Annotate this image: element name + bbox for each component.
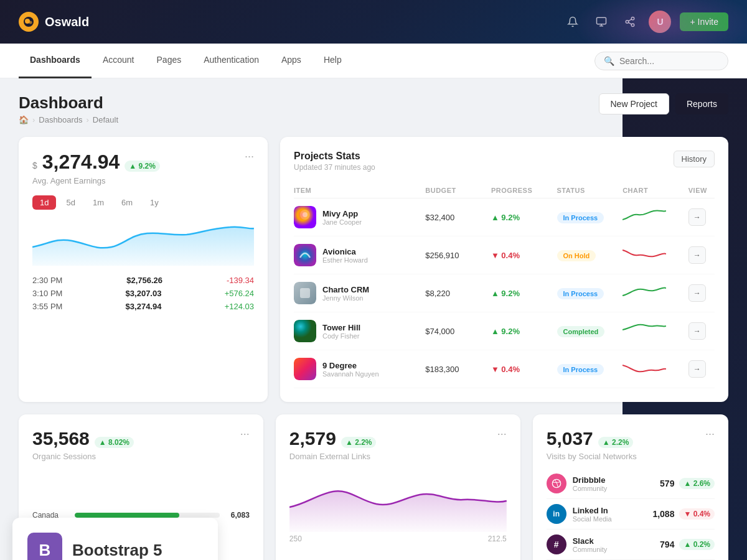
item-text-3: Charto CRM Jenny Wilson: [322, 285, 369, 302]
svg-point-5: [626, 21, 629, 24]
budget-1: $32,400: [425, 213, 491, 222]
view-btn-1[interactable]: →: [688, 208, 706, 226]
monitor-icon[interactable]: [591, 12, 611, 32]
nav-account[interactable]: Account: [92, 44, 146, 78]
organic-card: B Bootstrap 5 35,568 ▲ 8.02% Organic Ses…: [19, 414, 263, 560]
social-list: Dribbble Community 579 ▲ 2.6%: [547, 469, 715, 560]
nav-help[interactable]: Help: [312, 44, 353, 78]
page-title: Dashboard: [19, 93, 118, 113]
reports-button[interactable]: Reports: [675, 93, 728, 114]
earnings-value: 3,274.94: [42, 151, 120, 174]
status-4: Completed: [557, 325, 623, 337]
history-button[interactable]: History: [674, 151, 715, 167]
stats-rows: 2:30 PM $2,756.26 -139.34 3:10 PM $3,207…: [32, 276, 254, 311]
view-btn-2[interactable]: →: [688, 246, 706, 264]
item-info-1: Mivy App Jane Cooper: [294, 206, 425, 228]
breadcrumb: 🏠 › Dashboards › Default: [19, 115, 118, 124]
social-linkedin: in Linked In Social Media 1,088 ▼ 0.4%: [547, 499, 715, 530]
nav-dashboards[interactable]: Dashboards: [19, 44, 92, 78]
breadcrumb-default: Default: [93, 115, 118, 124]
item-text-5: 9 Degree Savannah Nguyen: [322, 361, 379, 378]
item-thumb-2: [294, 244, 316, 266]
app-name: Oswald: [45, 15, 89, 29]
more-button[interactable]: ···: [245, 151, 254, 162]
status-2: On Hold: [557, 250, 623, 261]
stat-val-1: $2,756.26: [126, 276, 162, 285]
item-info-3: Charto CRM Jenny Wilson: [294, 282, 425, 304]
organic-more-btn[interactable]: ···: [240, 428, 250, 439]
search-box: 🔍: [594, 52, 728, 70]
slack-icon: #: [547, 534, 566, 554]
svg-rect-10: [294, 244, 316, 266]
social-number: 5,037: [547, 428, 593, 449]
projects-title: Projects Stats: [294, 151, 375, 162]
view-btn-4[interactable]: →: [688, 322, 706, 340]
organic-badge: ▲ 8.02%: [95, 437, 134, 448]
earnings-card: $ 3,274.94 ▲ 9.2% Avg. Agent Earnings ··…: [19, 137, 268, 402]
earnings-amount: $ 3,274.94 ▲ 9.2%: [32, 151, 160, 174]
budget-3: $8,220: [425, 289, 491, 298]
view-btn-5[interactable]: →: [688, 360, 706, 378]
stat-row-1: 2:30 PM $2,756.26 -139.34: [32, 276, 254, 285]
filter-5d[interactable]: 5d: [59, 195, 82, 210]
nav-apps[interactable]: Apps: [270, 44, 312, 78]
stat-time-2: 3:10 PM: [32, 289, 62, 298]
progress-4: ▲ 9.2%: [491, 327, 557, 336]
new-project-button[interactable]: New Project: [599, 93, 669, 114]
status-1: In Process: [557, 212, 623, 223]
logo-icon: [19, 12, 39, 32]
filter-1m[interactable]: 1m: [85, 195, 111, 210]
progress-3: ▲ 9.2%: [491, 289, 557, 298]
social-more-btn[interactable]: ···: [705, 428, 715, 439]
stat-change-2: +576.24: [225, 289, 254, 298]
svg-point-15: [552, 479, 560, 487]
stat-val-2: $3,207.03: [126, 289, 162, 298]
chart-2: [622, 245, 688, 265]
svg-point-2: [29, 21, 32, 24]
organic-label: Organic Sessions: [32, 452, 134, 461]
col-budget: BUDGET: [425, 187, 491, 194]
item-thumb-4: [294, 320, 316, 342]
earnings-chart: [32, 216, 254, 266]
col-item: ITEM: [294, 187, 425, 194]
budget-4: $74,000: [425, 327, 491, 336]
dribbble-icon: [547, 474, 566, 493]
projects-subtitle: Updated 37 minutes ago: [294, 163, 375, 172]
organic-number: 35,568: [32, 428, 90, 449]
item-info-4: Tower Hill Cody Fisher: [294, 320, 425, 342]
progress-1: ▲ 9.2%: [491, 213, 557, 222]
share-icon[interactable]: [620, 12, 640, 32]
search-input[interactable]: [619, 56, 719, 66]
filter-6m[interactable]: 6m: [114, 195, 140, 210]
col-progress: PROGRESS: [491, 187, 557, 194]
nav-pages[interactable]: Pages: [146, 44, 193, 78]
view-btn-3[interactable]: →: [688, 284, 706, 302]
avatar[interactable]: U: [649, 11, 671, 33]
item-info-2: Avionica Esther Howard: [294, 244, 425, 266]
earnings-header: $ 3,274.94 ▲ 9.2% Avg. Agent Earnings ··…: [32, 151, 254, 185]
svg-rect-14: [294, 358, 316, 380]
domain-badge: ▲ 2.2%: [341, 437, 377, 448]
invite-button[interactable]: + Invite: [680, 12, 728, 31]
nav-authentication[interactable]: Authentication: [192, 44, 270, 78]
search-icon: 🔍: [604, 56, 614, 66]
projects-title-area: Projects Stats Updated 37 minutes ago: [294, 151, 375, 172]
domain-header: 2,579 ▲ 2.2% Domain External Links ···: [289, 428, 507, 461]
filter-1d[interactable]: 1d: [32, 195, 56, 210]
svg-rect-13: [294, 320, 316, 342]
domain-more-btn[interactable]: ···: [497, 428, 507, 439]
breadcrumb-dashboards: Dashboards: [39, 115, 82, 124]
svg-point-9: [303, 212, 308, 217]
social-card: 5,037 ▲ 2.2% Visits by Social Networks ·…: [533, 414, 728, 560]
title-area: Dashboard 🏠 › Dashboards › Default: [19, 93, 118, 124]
item-text-1: Mivy App Jane Cooper: [322, 209, 362, 226]
social-dribbble: Dribbble Community 579 ▲ 2.6%: [547, 469, 715, 499]
bootstrap-icon: B: [27, 533, 62, 560]
filter-1y[interactable]: 1y: [143, 195, 166, 210]
social-header: 5,037 ▲ 2.2% Visits by Social Networks ·…: [547, 428, 715, 461]
bell-icon[interactable]: [563, 12, 583, 32]
col-view: VIEW: [688, 187, 715, 194]
item-text-2: Avionica Esther Howard: [322, 247, 368, 264]
main-content: Dashboard 🏠 › Dashboards › Default New P…: [0, 78, 747, 560]
svg-point-6: [632, 24, 635, 27]
